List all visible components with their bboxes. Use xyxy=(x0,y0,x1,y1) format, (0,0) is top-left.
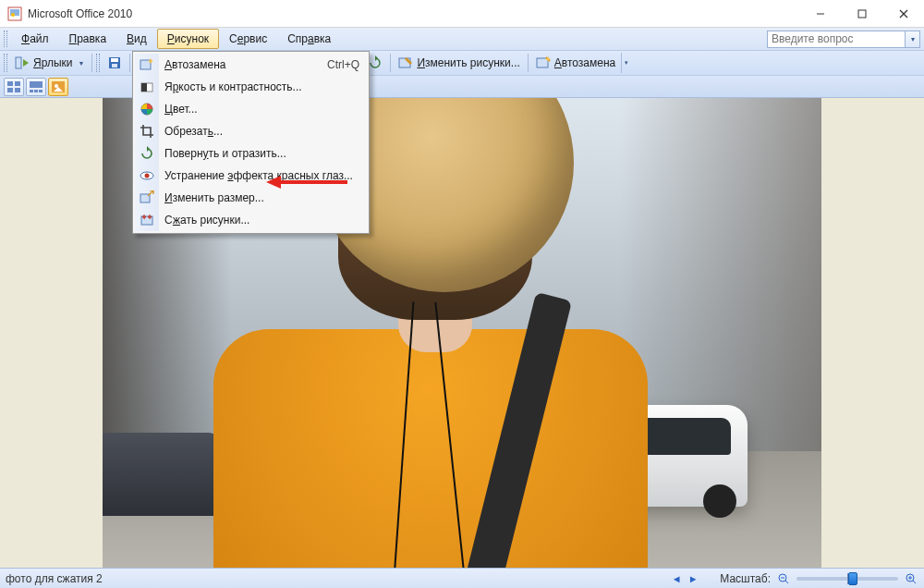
single-view-icon xyxy=(52,81,65,92)
minimize-button[interactable] xyxy=(799,0,841,28)
menu-item-color[interactable]: Цвет... xyxy=(135,98,367,120)
help-search-dropdown[interactable]: ▾ xyxy=(906,31,920,48)
autofix-icon xyxy=(536,55,551,70)
menu-view[interactable]: Вид xyxy=(116,29,157,49)
rotate-icon xyxy=(140,146,154,161)
title-bar: Microsoft Office 2010 xyxy=(0,0,924,28)
filmstrip-icon xyxy=(30,81,43,92)
menu-item-autofix[interactable]: Автозамена Ctrl+Q xyxy=(135,54,367,76)
shortcuts-button[interactable]: Ярлыки ▼ xyxy=(11,53,88,73)
thumbnails-icon xyxy=(7,81,20,92)
svg-point-35 xyxy=(55,84,58,88)
menu-item-compress[interactable]: Сжать рисунки... xyxy=(135,209,367,231)
svg-rect-33 xyxy=(39,90,43,92)
chevron-down-icon: ▼ xyxy=(79,60,85,67)
svg-point-41 xyxy=(145,174,150,178)
prev-image-button[interactable]: ◄ xyxy=(668,570,685,587)
svg-rect-28 xyxy=(7,88,13,92)
svg-rect-26 xyxy=(7,81,13,86)
toolbar-grip-1[interactable] xyxy=(4,54,7,72)
maximize-button[interactable] xyxy=(841,0,882,28)
close-button[interactable] xyxy=(882,0,924,28)
view-thumbnails-button[interactable] xyxy=(4,78,24,96)
zoom-label: Масштаб: xyxy=(720,572,771,585)
status-bar: фото для сжатия 2 ◄ ► Масштаб: xyxy=(0,568,924,588)
shortcuts-icon xyxy=(15,55,30,70)
svg-rect-7 xyxy=(16,57,21,68)
redeye-icon xyxy=(140,168,154,183)
app-icon xyxy=(7,6,22,21)
svg-rect-30 xyxy=(30,81,43,88)
resize-icon xyxy=(140,190,154,205)
menu-file[interactable]: Файл xyxy=(11,29,59,49)
help-search-input[interactable] xyxy=(767,31,906,48)
status-filename: фото для сжатия 2 xyxy=(6,572,103,585)
annotation-arrow xyxy=(266,173,349,191)
menu-tools[interactable]: Сервис xyxy=(219,29,277,49)
menu-edit[interactable]: Правка xyxy=(59,29,117,49)
toolbar-overflow[interactable]: ▾ xyxy=(621,53,630,73)
autofix-icon xyxy=(140,57,154,72)
svg-rect-32 xyxy=(34,90,38,92)
color-icon xyxy=(140,102,154,116)
zoom-out-button[interactable] xyxy=(776,571,791,586)
svg-rect-31 xyxy=(30,90,33,92)
picture-menu-dropdown: Автозамена Ctrl+Q Яркость и контрастност… xyxy=(132,51,370,234)
svg-rect-9 xyxy=(111,58,118,62)
svg-rect-4 xyxy=(858,10,866,18)
next-image-button[interactable]: ► xyxy=(685,570,701,587)
view-single-button[interactable] xyxy=(48,78,68,96)
help-search: ▾ xyxy=(767,31,920,48)
menu-item-rotate[interactable]: Повернуть и отразить... xyxy=(135,142,367,165)
brightness-icon xyxy=(140,80,154,94)
edit-pictures-icon xyxy=(398,55,413,70)
svg-line-50 xyxy=(913,581,916,583)
menu-help[interactable]: Справка xyxy=(277,29,341,49)
svg-rect-27 xyxy=(15,81,20,86)
svg-marker-45 xyxy=(266,176,281,189)
svg-point-2 xyxy=(11,13,15,17)
menu-item-brightness[interactable]: Яркость и контрастность... xyxy=(135,76,367,98)
svg-rect-38 xyxy=(141,83,147,92)
svg-line-47 xyxy=(785,581,788,583)
zoom-in-button[interactable] xyxy=(904,571,918,586)
menu-shortcut: Ctrl+Q xyxy=(327,58,359,71)
menu-picture[interactable]: Рисунок xyxy=(157,29,219,49)
view-filmstrip-button[interactable] xyxy=(26,78,46,96)
rotate-right-icon xyxy=(368,55,383,70)
svg-rect-10 xyxy=(112,64,117,67)
autofix-button[interactable]: Автозамена xyxy=(532,53,619,73)
menu-item-crop[interactable]: Обрезать... xyxy=(135,120,367,142)
menu-bar: Файл Правка Вид Рисунок Сервис Справка ▾ xyxy=(0,28,924,51)
compress-icon xyxy=(140,213,154,227)
save-icon xyxy=(107,55,122,70)
svg-rect-29 xyxy=(15,88,20,92)
zoom-slider[interactable] xyxy=(796,577,898,581)
edit-pictures-button[interactable]: Изменить рисунки... xyxy=(395,53,523,73)
crop-icon xyxy=(140,124,154,139)
save-button[interactable] xyxy=(103,53,126,73)
menubar-grip[interactable] xyxy=(4,31,7,47)
toolbar-grip-2[interactable] xyxy=(96,54,100,72)
app-title: Microsoft Office 2010 xyxy=(28,7,132,20)
